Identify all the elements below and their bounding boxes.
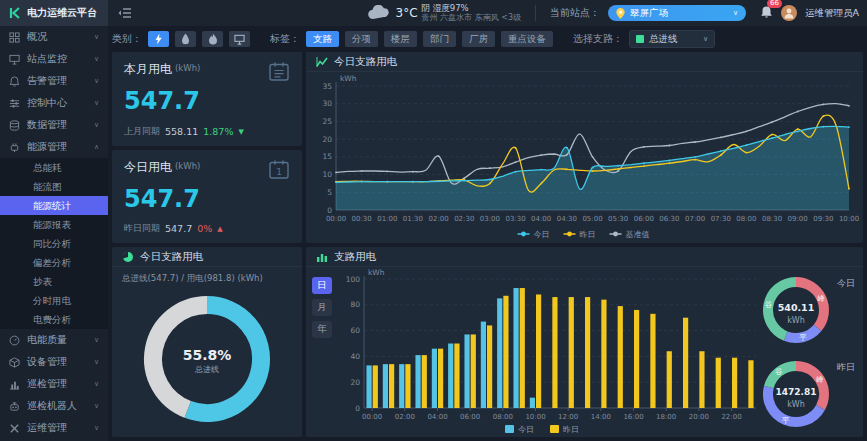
- chevron-down-icon: ∨: [94, 77, 99, 85]
- svg-text:今日: 今日: [534, 230, 550, 239]
- svg-text:20:00: 20:00: [689, 413, 709, 421]
- svg-text:平: 平: [799, 333, 807, 342]
- svg-text:02:00: 02:00: [429, 215, 449, 223]
- delta-percent: 1.87%: [203, 126, 233, 137]
- submenu-item-tou-electricity[interactable]: 分时用电: [0, 291, 108, 310]
- sidebar-item-device-management[interactable]: 设备管理∨: [0, 351, 108, 373]
- temperature: 3°C: [396, 6, 418, 20]
- sidebar-item-site-monitor[interactable]: 站点监控∨: [0, 48, 108, 70]
- sidebar-collapse-button[interactable]: [118, 7, 132, 19]
- station-select[interactable]: 翠屏广场 ∨: [608, 5, 746, 21]
- sidebar-item-inspection-robot[interactable]: 巡检机器人∨: [0, 395, 108, 417]
- sidebar-item-label: 概况: [27, 30, 47, 44]
- svg-text:22:00: 22:00: [721, 413, 741, 421]
- sidebar-item-ops-management[interactable]: 运维管理∨: [0, 417, 108, 439]
- category-water-button[interactable]: [175, 31, 196, 47]
- tag-department[interactable]: 部门: [423, 31, 456, 47]
- lightning-icon: [154, 33, 163, 45]
- mode-month-button[interactable]: 月: [312, 299, 332, 316]
- sidebar: 概况∨ 站点监控∨ 告警管理∨ 控制中心∨ 数据管理∨ 能源管理∧ 总能耗 能流…: [0, 26, 108, 441]
- app-logo: 电力运维云平台: [0, 0, 108, 26]
- map-pin-icon: [616, 8, 625, 19]
- tag-floor[interactable]: 楼层: [384, 31, 417, 47]
- sidebar-item-alarm[interactable]: 告警管理∨: [0, 70, 108, 92]
- svg-text:谷: 谷: [775, 367, 783, 376]
- category-gas-button[interactable]: [202, 31, 223, 47]
- tag-subitem[interactable]: 分项: [345, 31, 378, 47]
- submenu-item-meter-reading[interactable]: 抄表: [0, 272, 108, 291]
- tag-key-equipment[interactable]: 重点设备: [501, 31, 553, 47]
- chevron-down-icon: ∨: [94, 121, 99, 129]
- svg-text:12:00: 12:00: [558, 413, 578, 421]
- sidebar-item-overview[interactable]: 概况∨: [0, 26, 108, 48]
- notifications-button[interactable]: 66: [760, 4, 773, 23]
- sidebar-item-control-center[interactable]: 控制中心∨: [0, 92, 108, 114]
- weather-location: 贵州 六盘水市 东南风 <3级: [422, 13, 521, 22]
- main-content: 类别： 标签： 支路 分项 楼层 部门 厂房 重点设备 选择支路：: [108, 26, 867, 441]
- svg-text:kWh: kWh: [368, 268, 385, 277]
- svg-text:谷: 谷: [765, 300, 773, 309]
- svg-text:01:00: 01:00: [377, 215, 397, 223]
- monitor-icon: [9, 54, 20, 65]
- panel-title: 支路用电: [334, 250, 376, 264]
- tag-branch[interactable]: 支路: [306, 31, 339, 47]
- svg-text:35: 35: [322, 82, 332, 91]
- chevron-down-icon: ∨: [703, 35, 708, 43]
- svg-text:0: 0: [355, 404, 360, 413]
- svg-text:02:30: 02:30: [454, 215, 474, 223]
- today-branch-line-panel: 今日支路用电 05101520253035kWh00:0000:3001:000…: [306, 52, 863, 243]
- mode-year-button[interactable]: 年: [312, 321, 332, 338]
- submenu-item-yoy-analysis[interactable]: 同比分析: [0, 234, 108, 253]
- sidebar-item-data-management[interactable]: 数据管理∨: [0, 114, 108, 136]
- svg-text:峰: 峰: [818, 294, 826, 303]
- svg-text:60: 60: [350, 326, 360, 335]
- svg-text:08:30: 08:30: [762, 215, 782, 223]
- flame-icon: [208, 33, 218, 45]
- svg-text:总进线: 总进线: [194, 365, 219, 374]
- line-chart-icon: [316, 56, 328, 68]
- card-title: 今日用电: [124, 159, 172, 176]
- svg-text:5: 5: [327, 188, 332, 197]
- submenu-item-deviation-analysis[interactable]: 偏差分析: [0, 253, 108, 272]
- submenu-item-tariff-analysis[interactable]: 电费分析: [0, 310, 108, 329]
- chevron-down-icon: ∨: [94, 380, 99, 388]
- svg-text:今日: 今日: [518, 425, 534, 434]
- tag-factory[interactable]: 厂房: [462, 31, 495, 47]
- category-display-button[interactable]: [229, 31, 250, 47]
- database-icon: [9, 120, 20, 131]
- branch-select[interactable]: 总进线 ∨: [629, 30, 715, 48]
- panel-title: 今日支路用电: [334, 55, 397, 69]
- username: 运维管理员A: [805, 7, 859, 20]
- svg-text:04:30: 04:30: [557, 215, 577, 223]
- svg-text:18:00: 18:00: [656, 413, 676, 421]
- sidebar-item-inspection-management[interactable]: 巡检管理∨: [0, 373, 108, 395]
- svg-text:15: 15: [322, 152, 332, 161]
- svg-text:1472.81: 1472.81: [776, 387, 817, 397]
- top-header: 电力运维云平台 3°C 阴 湿度97% 贵州 六盘水市 东南风 <3级 当前站点…: [0, 0, 867, 26]
- svg-text:08:00: 08:00: [736, 215, 756, 223]
- mode-day-button[interactable]: 日: [312, 277, 332, 294]
- svg-text:05:00: 05:00: [582, 215, 602, 223]
- svg-text:14:00: 14:00: [591, 413, 611, 421]
- category-electricity-button[interactable]: [148, 31, 169, 47]
- energy-submenu: 总能耗 能流图 能源统计 能源报表 同比分析 偏差分析 抄表 分时用电 电费分析: [0, 158, 108, 329]
- tou-rings: 峰平谷540.11kWh 今日 峰平谷1472.81kWh 昨日: [755, 267, 859, 436]
- branch-share-donut: 55.8%总进线: [135, 287, 279, 431]
- svg-text:02:00: 02:00: [395, 413, 415, 421]
- avatar[interactable]: [781, 5, 797, 21]
- svg-text:昨日: 昨日: [563, 425, 579, 434]
- submenu-item-energy-statistics[interactable]: 能源统计: [0, 196, 108, 215]
- gauge-icon: [9, 335, 20, 346]
- svg-text:100: 100: [346, 275, 361, 284]
- period-mode-toggle: 日 月 年: [312, 277, 332, 338]
- submenu-item-energy-flow[interactable]: 能流图: [0, 177, 108, 196]
- submenu-item-total-energy[interactable]: 总能耗: [0, 158, 108, 177]
- calendar-icon: [268, 61, 290, 82]
- tools-icon: [9, 423, 20, 434]
- svg-text:16:00: 16:00: [623, 413, 643, 421]
- chevron-down-icon: ∨: [94, 336, 99, 344]
- submenu-item-energy-report[interactable]: 能源报表: [0, 215, 108, 234]
- sidebar-item-energy-management[interactable]: 能源管理∧: [0, 136, 108, 158]
- sidebar-item-power-quality[interactable]: 电能质量∨: [0, 329, 108, 351]
- sidebar-item-label: 运维管理: [27, 421, 67, 435]
